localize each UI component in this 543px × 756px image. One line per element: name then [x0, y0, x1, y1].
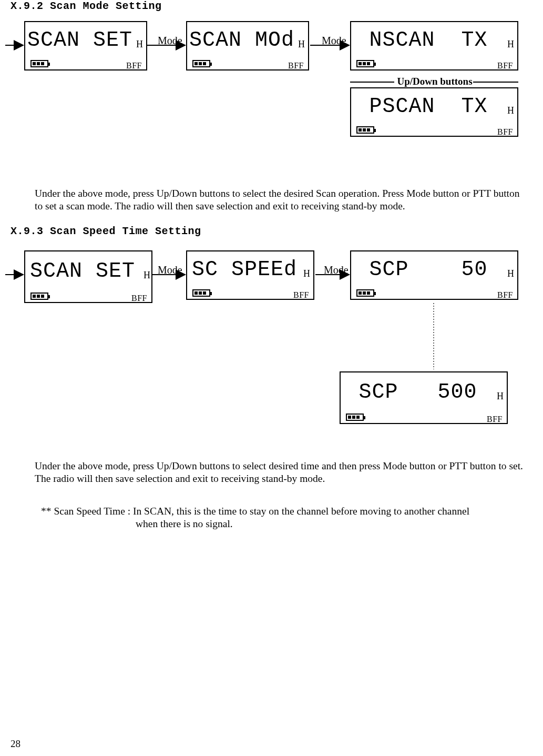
h-indicator: H [303, 268, 310, 279]
lcd-text: SCP 500 [358, 380, 477, 404]
lcd-text: PSCAN TX [369, 95, 487, 118]
battery-icon [192, 289, 210, 297]
h-indicator: H [136, 39, 143, 50]
lcd-text: SC SPEEd [192, 258, 297, 281]
lcd-text: SCAN SET [30, 259, 135, 283]
battery-icon [30, 293, 48, 300]
h-indicator: H [298, 39, 305, 50]
mode-label-2: Mode [322, 35, 346, 47]
lcd-text: SCAN SET [27, 28, 132, 52]
page: X.9.2 Scan Mode Setting Mode Mode Up/Dow… [0, 0, 543, 756]
note-line2: when there is no signal. [41, 518, 524, 531]
section-title-scan-mode: X.9.2 Scan Mode Setting [11, 0, 162, 12]
h-indicator: H [507, 268, 514, 279]
lcd-text: NSCAN TX [369, 28, 487, 52]
bff-indicator: BFF [131, 294, 147, 303]
bff-indicator: BFF [497, 61, 513, 70]
battery-icon [346, 414, 364, 421]
paragraph-scan-speed-note: ** Scan Speed Time : In SCAN, this is th… [41, 505, 524, 531]
page-number: 28 [11, 738, 21, 750]
lcd-scp-50: SCP 50 H BFF [350, 250, 518, 300]
lcd-scan-set-2: SCAN SET H BFF [24, 250, 152, 303]
lcd-text: SCAN MOd [189, 28, 294, 52]
battery-icon [30, 60, 48, 67]
flow-diagram-scan-speed: Mode Mode SCAN SET H BFF SC SPEEd H BFF … [11, 245, 531, 435]
bff-indicator: BFF [293, 290, 309, 300]
lcd-scp-500: SCP 500 H BFF [340, 371, 508, 424]
lcd-text: SCP 50 [369, 258, 487, 281]
updown-label: Up/Down buttons [395, 76, 474, 87]
lcd-sc-speed: SC SPEEd H BFF [186, 250, 314, 300]
battery-icon [356, 60, 374, 67]
mode-label-1: Mode [158, 35, 182, 47]
bff-indicator: BFF [487, 415, 503, 424]
h-indicator: H [507, 105, 514, 116]
h-indicator: H [144, 270, 150, 281]
battery-icon [356, 289, 374, 297]
note-line1: ** Scan Speed Time : In SCAN, this is th… [41, 506, 469, 517]
h-indicator: H [497, 391, 504, 402]
bff-indicator: BFF [497, 127, 513, 137]
lcd-scan-mod: SCAN MOd H BFF [186, 21, 309, 70]
mode-label-3: Mode [158, 264, 182, 276]
section-title-scan-speed: X.9.3 Scan Speed Time Setting [11, 225, 201, 237]
lcd-pscan-tx: PSCAN TX H BFF [350, 87, 518, 137]
battery-icon [192, 60, 210, 67]
battery-icon [356, 126, 374, 134]
paragraph-scan-mode: Under the above mode, press Up/Down butt… [35, 187, 524, 214]
h-indicator: H [507, 39, 514, 50]
lcd-scan-set-1: SCAN SET H BFF [24, 21, 147, 70]
bff-indicator: BFF [126, 61, 142, 70]
paragraph-scan-speed: Under the above mode, press Up/Down butt… [35, 460, 524, 486]
lcd-nscan-tx: NSCAN TX H BFF [350, 21, 518, 70]
bff-indicator: BFF [497, 290, 513, 300]
bff-indicator: BFF [288, 61, 304, 70]
mode-label-4: Mode [324, 264, 349, 276]
flow-diagram-scan-mode: Mode Mode Up/Down buttons SCAN SET H BFF… [11, 19, 531, 135]
